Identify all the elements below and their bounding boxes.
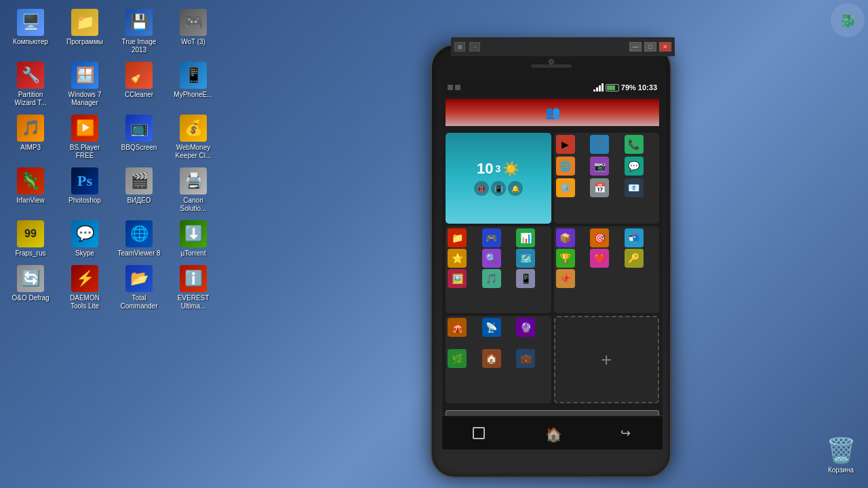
phone-camera — [549, 59, 554, 64]
weather-icon: ☀️ — [502, 161, 519, 177]
icon-webmoney-label: WebMoney Keeper Cl... — [172, 144, 215, 160]
phone-nav-bar: 🏠 ↩ — [442, 415, 663, 449]
notification-icon: 👥 — [545, 105, 560, 120]
home-app-3: 📬 — [625, 228, 644, 247]
home-app-4: 🏆 — [556, 249, 575, 268]
icon-programs-label: Программы — [66, 38, 103, 46]
launcher-app-3: 📊 — [516, 228, 535, 247]
icon-windows7-manager-label: Windows 7 Manager — [63, 91, 106, 107]
app-icon-7[interactable]: ⚙️ — [556, 178, 575, 197]
icon-skype[interactable]: 💬 Skype — [61, 218, 108, 260]
icon-fraps[interactable]: 99 Fraps_rus — [7, 218, 54, 260]
window-chrome-buttons: — □ ✕ — [629, 42, 671, 52]
icon-canon[interactable]: 🖨️ Canon Solutio... — [170, 165, 217, 215]
icon-partition-wizard-label: Partition Wizard T... — [9, 91, 52, 107]
icon-computer[interactable]: 🖥️ Компьютер — [7, 7, 54, 56]
home-screen-widget-1[interactable]: 📁 🎮 📊 ⭐ 🔍 🗺️ 🖼️ 🎵 📱 — [446, 226, 551, 314]
apps-widget: ▶ 🎵 📞 🌐 📷 💬 ⚙️ 📅 📧 — [554, 133, 660, 224]
icon-utorrent[interactable]: ⬇️ µTorrent — [170, 218, 217, 260]
app-icon-9[interactable]: 📧 — [625, 178, 644, 197]
window-minimize-button[interactable]: — — [629, 42, 642, 52]
apps-widget-grid: ▶ 🎵 📞 🌐 📷 💬 ⚙️ 📅 📧 — [554, 133, 660, 201]
recycle-bin[interactable]: 🗑️ Корзина — [827, 437, 854, 474]
clock-action-2[interactable]: 📳 — [491, 181, 506, 196]
status-bar: 79% 10:33 — [442, 79, 663, 96]
icon-utorrent-label: µTorrent — [181, 249, 206, 258]
icon-ccleaner[interactable]: 🧹 CCleaner — [115, 60, 163, 109]
icon-wot[interactable]: 🎮 WoT (3) — [170, 7, 217, 56]
launcher-app-7: 🖼️ — [448, 269, 467, 288]
status-bar-right-icons: 79% 10:33 — [593, 83, 657, 92]
launcher-grid-1: 📁 🎮 📊 ⭐ 🔍 🗺️ 🖼️ 🎵 📱 — [446, 226, 551, 291]
home-screen-widget-3[interactable]: 🎪 📡 🔮 🌿 🏠 💼 — [446, 316, 551, 403]
launcher-app-5: 🔍 — [482, 249, 501, 268]
status-time: 10:33 — [638, 83, 657, 92]
app-icon-4[interactable]: 🌐 — [556, 157, 575, 176]
icon-photoshop[interactable]: Ps Photoshop — [61, 165, 108, 215]
icon-myphone[interactable]: 📱 MyPhoneE... — [170, 60, 217, 109]
launcher-app-4: ⭐ — [448, 249, 467, 268]
signal-bar-3 — [599, 85, 601, 92]
window-close-button[interactable]: ✕ — [659, 42, 671, 52]
icon-partition-wizard[interactable]: 🔧 Partition Wizard T... — [7, 60, 54, 109]
icon-photoshop-label: Photoshop — [68, 197, 101, 205]
app-icon-1[interactable]: ▶ — [556, 135, 575, 154]
icon-everest[interactable]: ℹ️ EVEREST Ultima... — [170, 263, 217, 312]
icon-total-commander[interactable]: 📂 Total Commander — [115, 263, 163, 312]
icon-irfanview[interactable]: 🦎 IrfanView — [7, 165, 54, 215]
icon-true-image[interactable]: 💾 True Image 2013 — [115, 7, 163, 56]
icon-video[interactable]: 🎬 ВИДЕО — [115, 165, 163, 215]
nav-back-button[interactable]: ↩ — [612, 421, 639, 445]
add-screen-icon: + — [601, 349, 612, 371]
phone-body: 79% 10:33 👥 10 — [431, 44, 671, 478]
icon-daemon[interactable]: ⚡ DAEMON Tools Lite — [61, 263, 108, 312]
icon-ccleaner-label: CCleaner — [125, 91, 153, 99]
app-icon-8[interactable]: 📅 — [590, 178, 609, 197]
widgets-area: 10 3 ☀️ 📵 📳 🔔 — [446, 129, 659, 407]
status-bar-left-icons — [448, 85, 460, 90]
icon-wot-label: WoT (3) — [181, 38, 205, 46]
app-icon-6[interactable]: 💬 — [625, 157, 644, 176]
icon-fraps-label: Fraps_rus — [15, 249, 45, 258]
app-icon-2[interactable]: 🎵 — [590, 135, 609, 154]
nav-home-button[interactable]: 🏠 — [538, 421, 566, 445]
window-icon-1[interactable]: ⊞ — [454, 42, 465, 52]
status-icon-2 — [455, 85, 460, 90]
status-icon-1 — [448, 85, 453, 90]
add-screen-button[interactable]: + — [554, 316, 660, 403]
app-icon-5[interactable]: 📷 — [590, 157, 609, 176]
app-icon-3[interactable]: 📞 — [625, 135, 644, 154]
icon-windows7-manager[interactable]: 🪟 Windows 7 Manager — [61, 60, 108, 109]
desktop-icons-container: 🖥️ Компьютер 📁 Программы 💾 True Image 20… — [0, 0, 227, 319]
icon-teamviewer[interactable]: 🌐 TeamViewer 8 — [115, 218, 163, 260]
window-icon-bar: ⊞ → — [454, 42, 480, 52]
clock-action-1[interactable]: 📵 — [474, 181, 489, 196]
nav-back-icon: ↩ — [620, 426, 631, 441]
clock-widget[interactable]: 10 3 ☀️ 📵 📳 🔔 — [446, 133, 551, 224]
icon-oo-defrag[interactable]: 🔄 O&O Defrag — [7, 263, 54, 312]
battery-percentage: 79% — [621, 83, 636, 92]
home-app-b3: 🔮 — [516, 318, 535, 337]
home-app-6: 🔑 — [625, 249, 644, 268]
window-maximize-button[interactable]: □ — [644, 42, 656, 52]
home-app-b5: 🏠 — [482, 349, 501, 368]
icon-webmoney[interactable]: 💰 WebMoney Keeper Cl... — [170, 113, 217, 162]
icon-myphone-label: MyPhoneE... — [174, 91, 212, 99]
window-icon-2[interactable]: → — [469, 42, 480, 52]
clock-action-3[interactable]: 🔔 — [508, 181, 523, 196]
signal-bar-4 — [601, 83, 604, 92]
icon-bsplayer-label: BS.Player FREE — [63, 144, 106, 160]
phone-window: ⊞ → — □ ✕ — [431, 37, 675, 478]
icon-bbqscreen[interactable]: 📺 BBQScreen — [115, 113, 163, 162]
home-app-b6: 💼 — [516, 349, 535, 368]
launcher-app-1: 📁 — [448, 228, 467, 247]
nav-recent-button[interactable] — [465, 421, 492, 445]
icon-programs[interactable]: 📁 Программы — [61, 7, 108, 56]
icon-aimp3[interactable]: 🎵 AIMP3 — [7, 113, 54, 162]
icon-bsplayer[interactable]: ▶️ BS.Player FREE — [61, 113, 108, 162]
icon-oo-defrag-label: O&O Defrag — [12, 294, 49, 302]
icon-true-image-label: True Image 2013 — [117, 38, 161, 54]
home-app-b2: 📡 — [482, 318, 501, 337]
home-screen-widget-2[interactable]: 📦 🎯 📬 🏆 ❤️ 🔑 📌 — [554, 226, 660, 314]
desktop: 🖥️ Компьютер 📁 Программы 💾 True Image 20… — [0, 0, 868, 488]
